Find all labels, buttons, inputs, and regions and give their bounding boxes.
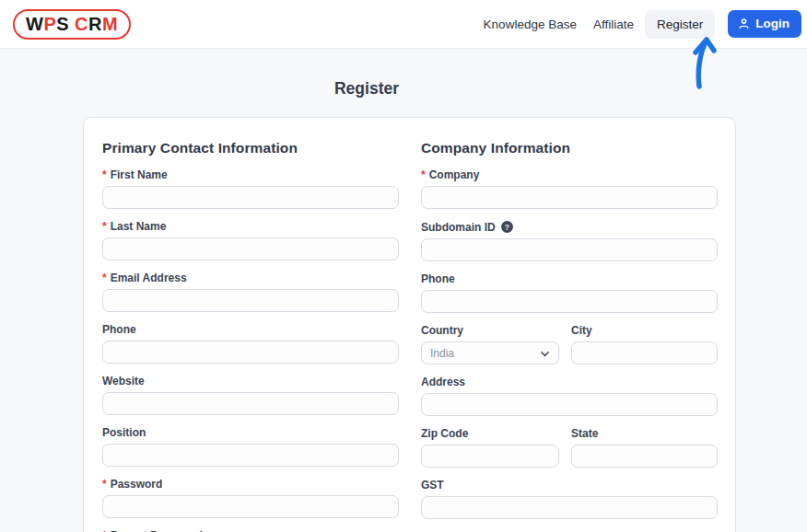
field-state: State [571,428,718,468]
logo-letter: C [75,14,88,34]
chevron-down-icon [540,349,550,359]
company-input[interactable] [421,186,718,209]
address-input[interactable] [421,393,718,416]
field-country-city: Country India City [421,325,718,364]
required-asterisk: * [102,272,107,283]
country-select[interactable]: India [421,341,559,364]
page-title: Register [0,79,733,98]
primary-contact-heading: Primary Contact Information [102,140,399,156]
field-company-phone: Phone [421,273,718,313]
gst-label: GST [421,480,718,491]
position-input[interactable] [102,444,399,467]
field-contact-phone: Phone [102,324,399,364]
logo-letter: M [102,14,118,34]
field-password: * Password [102,479,399,518]
field-first-name: * First Name [102,169,399,209]
field-email-address: * Email Address [102,272,399,312]
logo-letter: R [88,14,102,34]
nav-knowledge-base[interactable]: Knowledge Base [484,17,577,31]
field-position: Position [102,427,399,467]
field-last-name: * Last Name [102,221,399,260]
field-address: Address [421,376,718,416]
login-label: Login [755,17,789,30]
company-phone-label: Phone [421,273,718,284]
field-country: Country India [421,325,559,364]
field-city: City [571,325,718,364]
gst-input[interactable] [421,496,718,519]
country-label: Country [421,325,559,336]
register-nav-button[interactable]: Register [645,10,715,39]
position-label: Position [102,427,399,438]
primary-contact-column: Primary Contact Information * First Name… [102,140,399,532]
password-input[interactable] [102,495,399,518]
first-name-input[interactable] [102,186,399,209]
email-address-label: * Email Address [102,272,399,283]
city-input[interactable] [571,341,718,364]
required-asterisk: * [102,221,107,232]
field-gst: GST [421,480,718,519]
subdomain-id-label: Subdomain ID ? [421,221,718,233]
logo-letter: W [26,14,43,34]
top-nav: Knowledge Base Affiliate Register Login [484,10,801,39]
top-header: W P S C R M Knowledge Base Affiliate Reg… [0,0,807,49]
first-name-label: * First Name [102,169,399,180]
country-selected-value: India [430,347,454,360]
user-icon [738,17,750,29]
login-button[interactable]: Login [728,10,801,38]
company-phone-input[interactable] [421,290,718,313]
logo-letter: S [56,14,69,34]
email-address-input[interactable] [102,289,399,312]
logo-letter: P [43,14,56,34]
wpscrm-logo[interactable]: W P S C R M [13,9,131,40]
company-info-heading: Company Information [421,140,718,156]
nav-affiliate[interactable]: Affiliate [593,17,634,31]
city-label: City [571,325,718,336]
state-input[interactable] [571,445,718,468]
company-info-column: Company Information * Company Subdomain … [421,140,718,532]
subdomain-id-input[interactable] [421,238,718,261]
address-label: Address [421,376,718,387]
contact-phone-input[interactable] [102,341,399,364]
contact-phone-label: Phone [102,324,399,335]
required-asterisk: * [421,169,426,180]
website-label: Website [102,376,399,387]
state-label: State [571,428,718,439]
field-company: * Company [421,169,718,209]
help-icon[interactable]: ? [501,221,513,233]
field-subdomain-id: Subdomain ID ? [421,221,718,261]
field-website: Website [102,376,399,415]
field-zip-state: Zip Code State [421,428,718,468]
website-input[interactable] [102,392,399,415]
last-name-label: * Last Name [102,221,399,232]
company-label: * Company [421,169,718,180]
register-form-card: Primary Contact Information * First Name… [83,117,736,532]
required-asterisk: * [102,479,107,490]
required-asterisk: * [102,169,107,180]
last-name-input[interactable] [102,237,399,260]
field-zip-code: Zip Code [421,428,559,468]
zip-code-input[interactable] [421,445,559,468]
zip-code-label: Zip Code [421,428,559,439]
password-label: * Password [102,479,399,490]
